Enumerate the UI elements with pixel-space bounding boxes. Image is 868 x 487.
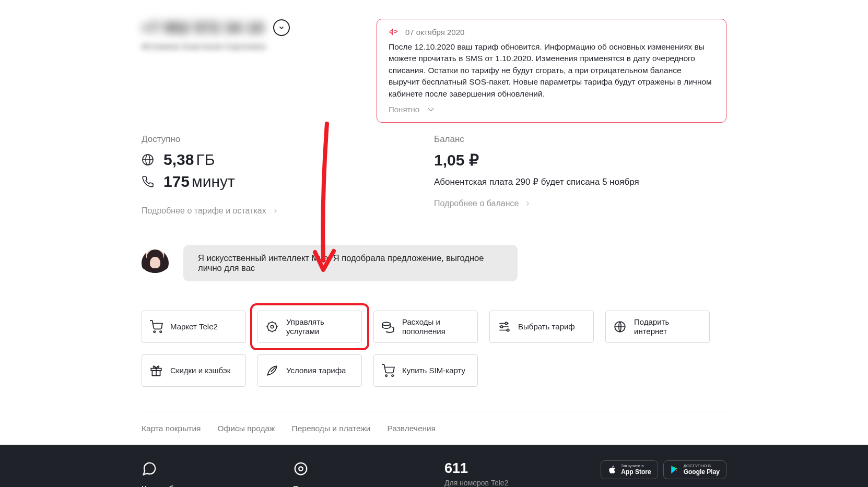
tile-label: Управлять услугами <box>286 317 354 336</box>
svg-point-3 <box>160 331 161 332</box>
footer-faq-title[interactable]: Вопросы и ответы <box>293 484 434 487</box>
balance-details-link[interactable]: Подробнее о балансе <box>434 199 530 208</box>
tariff-details-link[interactable]: Подробнее о тарифе и остатках <box>142 206 278 216</box>
coins-icon <box>381 320 395 334</box>
feather-icon <box>265 364 279 377</box>
tile-label: Условия тарифа <box>286 366 346 375</box>
chevron-right-icon <box>526 200 530 207</box>
tariff-update-notice: 07 октября 2020 После 12.10.2020 ваш тар… <box>377 19 726 123</box>
wheel-icon <box>265 320 279 334</box>
play-icon <box>670 465 679 474</box>
tile-label: Маркет Tele2 <box>170 322 218 331</box>
chevron-down-icon <box>278 24 285 31</box>
footer-link-offices[interactable]: Офисы продаж <box>218 424 275 433</box>
tile-choose-tariff[interactable]: Выбрать тариф <box>489 311 594 343</box>
gift-icon <box>149 364 163 377</box>
tile-label: Выбрать тариф <box>518 322 575 331</box>
cart-icon <box>381 364 395 377</box>
mia-avatar <box>142 250 169 277</box>
phone-dropdown-toggle[interactable] <box>273 19 290 36</box>
data-unit: ГБ <box>196 151 215 168</box>
customer-name: Истомина Анастасия Сергеевна <box>142 42 345 51</box>
svg-point-5 <box>271 326 273 328</box>
tile-tariff-conditions[interactable]: Условия тарифа <box>257 354 362 387</box>
svg-point-6 <box>382 323 390 326</box>
footer-link-payments[interactable]: Переводы и платежи <box>292 424 371 433</box>
tile-expenses[interactable]: Расходы и пополнения <box>373 311 478 343</box>
tile-gift-internet[interactable]: Подарить интернет <box>605 311 710 343</box>
notice-body: После 12.10.2020 ваш тариф обновится. Ин… <box>389 41 714 100</box>
chevron-down-icon <box>427 106 435 113</box>
target-icon <box>293 461 309 477</box>
footer-link-coverage[interactable]: Карта покрытия <box>142 424 201 433</box>
phone-number: +7 952 572 34 10 <box>142 19 264 37</box>
footer-short-sub: Для номеров Tele2 <box>444 479 585 487</box>
megaphone-icon <box>389 27 399 37</box>
minutes-unit: минут <box>192 173 235 190</box>
appstore-badge[interactable]: Загрузите вApp Store <box>601 460 658 479</box>
phone-icon <box>142 175 154 188</box>
footer-contact-title[interactable]: Куда обратиться <box>142 484 283 487</box>
globe-icon <box>142 153 154 166</box>
balance-value: 1,05 ₽ <box>434 151 726 169</box>
svg-point-13 <box>385 375 387 376</box>
tile-manage-services[interactable]: Управлять услугами <box>257 311 362 343</box>
mia-message[interactable]: Я искусственный интеллект Миа. Я подобра… <box>183 245 518 281</box>
balance-fee: Абонентская плата 290 ₽ будет списана 5 … <box>434 176 726 187</box>
tile-label: Купить SIM-карту <box>402 366 465 375</box>
cart-icon <box>149 320 163 334</box>
chat-icon <box>142 461 157 477</box>
sliders-icon <box>497 320 511 334</box>
notice-date: 07 октября 2020 <box>405 28 464 37</box>
data-value: 5,38 <box>163 151 194 168</box>
footer-link-fun[interactable]: Развлечения <box>387 424 436 433</box>
tile-market[interactable]: Маркет Tele2 <box>142 311 246 343</box>
chevron-right-icon <box>274 207 278 215</box>
balance-label: Баланс <box>434 134 726 145</box>
footer-short-number[interactable]: 611 <box>444 460 585 477</box>
svg-point-4 <box>267 323 276 331</box>
available-label: Доступно <box>142 134 392 145</box>
svg-point-7 <box>505 323 507 325</box>
tile-label: Подарить интернет <box>634 317 702 336</box>
svg-point-15 <box>295 463 307 475</box>
tile-buy-sim[interactable]: Купить SIM-карту <box>373 354 478 387</box>
svg-point-8 <box>501 326 503 328</box>
tile-cashback[interactable]: Скидки и кэшбэк <box>142 354 246 387</box>
svg-point-14 <box>392 375 393 376</box>
apple-icon <box>607 465 617 474</box>
googleplay-badge[interactable]: ДОСТУПНО ВGoogle Play <box>663 460 726 479</box>
svg-point-9 <box>507 329 509 331</box>
tile-label: Расходы и пополнения <box>402 317 470 336</box>
gift-globe-icon <box>613 320 627 334</box>
tile-label: Скидки и кэшбэк <box>170 366 230 375</box>
notice-ack-button[interactable]: Понятно <box>389 105 714 114</box>
svg-point-2 <box>154 331 155 332</box>
minutes-value: 175 <box>163 173 190 190</box>
footer-nav: Карта покрытия Офисы продаж Переводы и п… <box>142 412 726 445</box>
svg-point-16 <box>299 467 303 471</box>
